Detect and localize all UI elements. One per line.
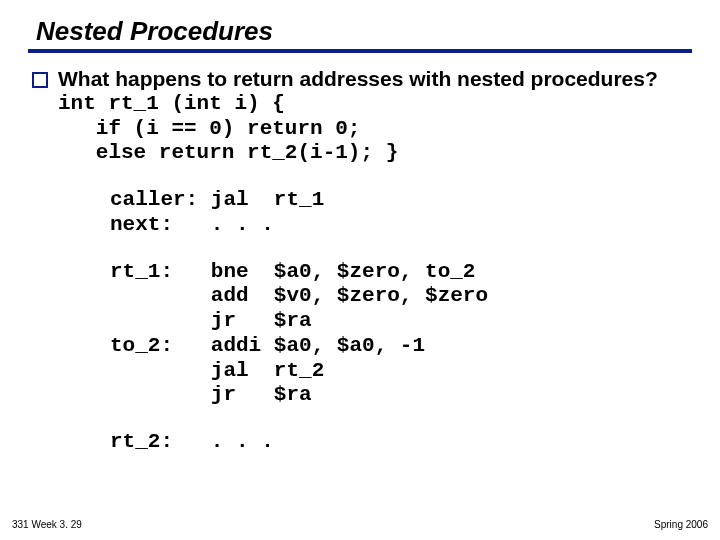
- asm-caller-block: caller: jal rt_1 next: . . .: [110, 188, 680, 238]
- slide-title: Nested Procedures: [28, 16, 692, 53]
- bullet-item: What happens to return addresses with ne…: [60, 67, 680, 166]
- square-bullet-icon: [32, 72, 48, 88]
- footer-right: Spring 2006: [654, 519, 708, 530]
- footer-left: 331 Week 3. 29: [12, 519, 82, 530]
- asm-rt2-block: rt_2: . . .: [110, 430, 680, 455]
- asm-rt1-block: rt_1: bne $a0, $zero, to_2 add $v0, $zer…: [110, 260, 680, 409]
- title-bar: Nested Procedures: [28, 16, 692, 53]
- c-code-block: int rt_1 (int i) { if (i == 0) return 0;…: [58, 92, 658, 166]
- slide-body: What happens to return addresses with ne…: [60, 67, 680, 455]
- bullet-content: What happens to return addresses with ne…: [58, 67, 658, 166]
- question-text: What happens to return addresses with ne…: [58, 67, 658, 92]
